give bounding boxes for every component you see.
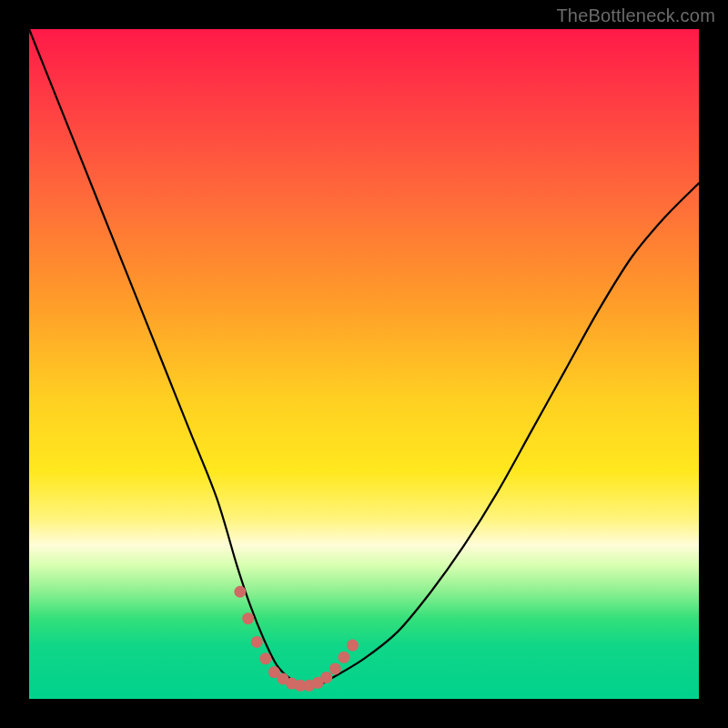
highlight-dot [338, 652, 349, 663]
watermark-text: TheBottleneck.com [556, 5, 715, 26]
highlight-dot [329, 662, 341, 674]
highlight-dot [320, 672, 332, 683]
highlight-dot [234, 586, 246, 598]
highlight-dot [242, 612, 254, 624]
highlight-dot [347, 640, 359, 652]
highlight-dot [259, 652, 271, 664]
chart-svg [29, 29, 699, 699]
chart-frame: TheBottleneck.com [0, 0, 728, 728]
min-region-dots [234, 586, 359, 692]
bottleneck-curve [29, 29, 699, 686]
highlight-dot [251, 636, 263, 648]
